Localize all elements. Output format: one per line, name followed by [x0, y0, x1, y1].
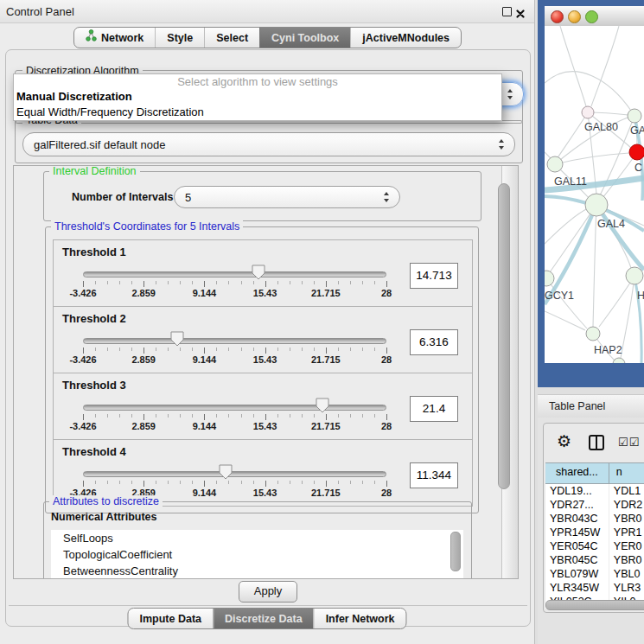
- settings-scrollpane: Interval Definition Number of Intervals …: [13, 165, 519, 579]
- top-tab-bar: Network Style Select Cyni Toolbox jActiv…: [73, 27, 462, 48]
- list-item[interactable]: TopologicalCoefficient: [51, 546, 463, 563]
- network-window-titlebar[interactable]: [545, 6, 644, 27]
- list-item[interactable]: SelfLoops: [51, 530, 463, 546]
- node-partial-right[interactable]: [626, 267, 643, 284]
- tab-jactivemnodules[interactable]: jActiveMNodules: [350, 28, 461, 48]
- node-gcy1[interactable]: [545, 271, 554, 286]
- slider-ticks: [83, 414, 386, 421]
- attributes-group-title: Attributes to discretize: [49, 495, 163, 507]
- float-window-icon[interactable]: [502, 7, 512, 16]
- slider-scale-labels: -3.426 2.859 9.144 15.43 21.715 28: [83, 288, 386, 299]
- thresholds-group-title: Threshold's Coordinates for 5 Intervals: [51, 220, 243, 233]
- table-panel: ⚙ ☑☑ shared... n YDL19...YDL1 YDR27...YD…: [538, 418, 644, 644]
- network-canvas[interactable]: GAL80 GA C GAL11 GAL4 GCY1 H HAP2: [545, 26, 644, 363]
- table-row[interactable]: YDL19...YDL1: [545, 484, 644, 498]
- table-body: YDL19...YDL1 YDR27...YDR2 YBR043CYBR0 YP…: [545, 484, 644, 609]
- control-panel-titlebar: Control Panel: [0, 0, 534, 23]
- window-title: Control Panel: [6, 5, 74, 18]
- tab-style[interactable]: Style: [155, 28, 204, 48]
- algorithm-dropdown-popup: Select algorithm to view settings Manual…: [13, 73, 502, 121]
- minimize-traffic-light-icon[interactable]: [568, 10, 581, 23]
- number-of-intervals-label: Number of Intervals: [72, 191, 173, 203]
- dropdown-prompt: Select algorithm to view settings: [14, 74, 501, 89]
- close-icon[interactable]: [516, 6, 525, 22]
- threshold-1-value-field[interactable]: 14.713: [410, 263, 458, 289]
- apply-button[interactable]: Apply: [239, 581, 297, 603]
- slider-ticks: [83, 348, 386, 354]
- threshold-1-label: Threshold 1: [62, 245, 126, 258]
- table-panel-inner: ⚙ ☑☑ shared... n YDL19...YDL1 YDR27...YD…: [543, 423, 644, 613]
- node-partial-top-right[interactable]: [628, 109, 641, 123]
- node-partial-bottom[interactable]: [613, 358, 625, 363]
- thresholds-group: Threshold's Coordinates for 5 Intervals …: [45, 226, 479, 513]
- table-panel-titlebar: Table Panel: [538, 394, 644, 419]
- scrollbar-thumb[interactable]: [498, 183, 510, 489]
- node-hap2[interactable]: [586, 327, 600, 341]
- network-nodes[interactable]: [545, 106, 644, 363]
- slider-ticks: [83, 481, 386, 488]
- table-row[interactable]: YBR043CYBR0: [545, 512, 644, 526]
- tab-select[interactable]: Select: [204, 28, 259, 48]
- slider-ticks: [83, 281, 386, 288]
- threshold-3-value-field[interactable]: 21.4: [410, 396, 458, 422]
- tab-impute-data[interactable]: Impute Data: [128, 609, 213, 628]
- number-of-intervals-value: 5: [185, 191, 191, 204]
- node-selected-red[interactable]: [629, 144, 644, 160]
- vertical-scrollbar[interactable]: [501, 166, 518, 578]
- node-label-partial-c: C: [634, 162, 642, 174]
- table-header-row: shared... n: [545, 462, 644, 484]
- threshold-3-panel: Threshold 3 -3.426 2.859 9.144 15.43 21.…: [53, 373, 473, 440]
- network-view-window[interactable]: GAL80 GA C GAL11 GAL4 GCY1 H HAP2: [538, 0, 644, 387]
- tab-discretize-data[interactable]: Discretize Data: [213, 609, 314, 628]
- bottom-tab-bar: Impute Data Discretize Data Infer Networ…: [127, 608, 406, 629]
- column-header-shared-name[interactable]: shared...: [545, 463, 609, 483]
- slider-scale-labels: -3.426 2.859 9.144 15.43 21.715 28: [83, 421, 386, 432]
- horizontal-scrollbar[interactable]: [545, 600, 644, 610]
- node-label-gal4: GAL4: [597, 218, 625, 230]
- threshold-2-label: Threshold 2: [62, 312, 126, 325]
- interval-definition-group: Interval Definition Number of Intervals …: [43, 171, 481, 221]
- node-label-gal11: GAL11: [554, 175, 587, 188]
- tab-network[interactable]: Network: [74, 28, 155, 48]
- node-label-gcy1: GCY1: [545, 290, 574, 302]
- control-panel-window: Control Panel Network Style Select Cyni …: [0, 0, 535, 644]
- threshold-4-label: Threshold 4: [62, 445, 126, 458]
- tab-infer-network[interactable]: Infer Network: [314, 609, 406, 628]
- node-gal11[interactable]: [547, 156, 563, 172]
- list-scrollbar[interactable]: [450, 532, 461, 571]
- numerical-attributes-list: SelfLoops TopologicalCoefficient Between…: [51, 530, 463, 578]
- node-gal4[interactable]: [585, 194, 608, 216]
- slider-scale-labels: -3.426 2.859 9.144 15.43 21.715 28: [83, 354, 386, 366]
- table-row[interactable]: YBL079WYBL0: [545, 567, 644, 581]
- dropdown-option-manual-discretization[interactable]: Manual Discretization: [14, 89, 501, 105]
- zoom-traffic-light-icon[interactable]: [585, 10, 598, 23]
- node-gal80[interactable]: [582, 106, 594, 118]
- table-data-selected-value: galFiltered.sif default node: [34, 138, 165, 151]
- dropdown-option-equal-width-frequency[interactable]: Equal Width/Frequency Discretization: [14, 105, 501, 120]
- table-row[interactable]: YER054CYER0: [545, 539, 644, 553]
- column-header-name[interactable]: n: [609, 463, 644, 483]
- table-data-combobox[interactable]: galFiltered.sif default node: [22, 132, 515, 156]
- close-traffic-light-icon[interactable]: [551, 10, 564, 23]
- node-table: shared... n YDL19...YDL1 YDR27...YDR2 YB…: [545, 462, 644, 609]
- tab-cyni-toolbox[interactable]: Cyni Toolbox: [259, 28, 350, 48]
- table-row[interactable]: YDR27...YDR2: [545, 498, 644, 512]
- threshold-4-value-field[interactable]: 11.344: [410, 462, 458, 488]
- node-label-partial-ga: GA: [630, 124, 644, 137]
- table-row[interactable]: YLR345WYLR3: [545, 581, 644, 595]
- number-of-intervals-combobox[interactable]: 5: [174, 186, 400, 208]
- threshold-1-panel: Threshold 1 -3.426 2.859 9.144 15.43 21.…: [53, 239, 473, 307]
- gear-icon[interactable]: ⚙: [557, 431, 571, 450]
- list-item[interactable]: BetweennessCentrality: [51, 563, 463, 578]
- table-panel-title: Table Panel: [549, 400, 605, 412]
- columns-icon[interactable]: [589, 435, 604, 450]
- table-row[interactable]: YPR145WYPR1: [545, 526, 644, 539]
- combo-arrows-icon: [499, 139, 505, 150]
- table-row[interactable]: YBR045CYBR0: [545, 553, 644, 567]
- threshold-2-value-field[interactable]: 6.316: [410, 329, 458, 355]
- threshold-2-panel: Threshold 2 -3.426 2.859 9.144 15.43 21.…: [53, 306, 473, 373]
- combo-arrows-icon: [384, 192, 390, 202]
- checkboxes-icon[interactable]: ☑☑: [618, 436, 640, 449]
- attributes-group: Attributes to discretize Numerical Attri…: [43, 501, 472, 578]
- network-edges: [545, 26, 644, 360]
